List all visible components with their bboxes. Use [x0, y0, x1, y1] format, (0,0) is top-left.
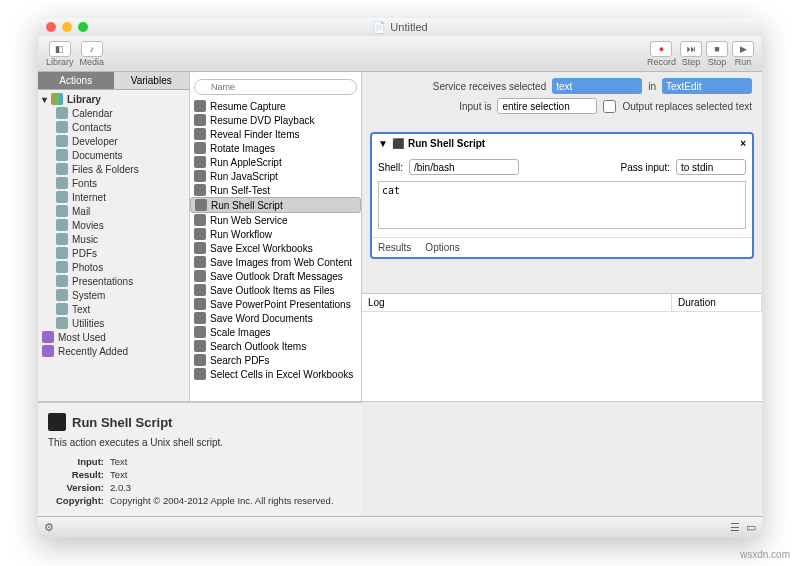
- workflow-step[interactable]: ▼ ⬛ Run Shell Script × Shell: /bin/bash …: [370, 132, 754, 259]
- receives-label: Service receives selected: [433, 81, 546, 92]
- sidebar-item[interactable]: Most Used: [38, 330, 189, 344]
- action-item[interactable]: Rotate Images: [190, 141, 361, 155]
- sidebar-item[interactable]: Movies: [38, 218, 189, 232]
- action-icon: [194, 354, 206, 366]
- action-item[interactable]: Run AppleScript: [190, 155, 361, 169]
- action-icon: [194, 228, 206, 240]
- close-step-icon[interactable]: ×: [740, 138, 746, 149]
- tab-actions[interactable]: Actions: [38, 72, 114, 90]
- action-icon: [194, 340, 206, 352]
- action-icon: [194, 100, 206, 112]
- sidebar-item[interactable]: Fonts: [38, 176, 189, 190]
- step-title: Run Shell Script: [408, 138, 485, 149]
- sidebar-item[interactable]: Music: [38, 232, 189, 246]
- sidebar-item[interactable]: Presentations: [38, 274, 189, 288]
- shell-select[interactable]: /bin/bash: [409, 159, 519, 175]
- pass-input-label: Pass input:: [621, 162, 670, 173]
- stop-icon: ■: [706, 41, 728, 57]
- output-replace-checkbox[interactable]: [603, 100, 616, 113]
- action-item[interactable]: Run Web Service: [190, 213, 361, 227]
- action-item[interactable]: Resume Capture: [190, 99, 361, 113]
- sidebar-item[interactable]: Developer: [38, 134, 189, 148]
- action-item[interactable]: Search Outlook Items: [190, 339, 361, 353]
- action-icon: [194, 284, 206, 296]
- action-item[interactable]: Resume DVD Playback: [190, 113, 361, 127]
- description-body: This action executes a Unix shell script…: [48, 437, 352, 448]
- library-button[interactable]: ◧Library: [46, 41, 74, 67]
- action-item[interactable]: Save Outlook Draft Messages: [190, 269, 361, 283]
- watermark: wsxdn.com: [740, 549, 790, 560]
- zoom-icon[interactable]: [78, 22, 88, 32]
- search-input[interactable]: [194, 79, 357, 95]
- action-icon: [194, 170, 206, 182]
- record-button[interactable]: ●Record: [647, 41, 676, 67]
- terminal-icon: ⬛: [392, 138, 404, 149]
- action-item[interactable]: Run Shell Script: [190, 197, 361, 213]
- sidebar-item[interactable]: Documents: [38, 148, 189, 162]
- action-item[interactable]: Scale Images: [190, 325, 361, 339]
- step-button[interactable]: ⏭Step: [680, 41, 702, 67]
- action-item[interactable]: Search PDFs: [190, 353, 361, 367]
- script-textarea[interactable]: [378, 181, 746, 229]
- sidebar-item[interactable]: Calendar: [38, 106, 189, 120]
- log-header-duration[interactable]: Duration: [672, 294, 762, 311]
- action-icon: [194, 326, 206, 338]
- app-select[interactable]: TextEdit: [662, 78, 752, 94]
- in-label: in: [648, 81, 656, 92]
- terminal-icon: [48, 413, 66, 431]
- view-flow-icon[interactable]: ▭: [746, 521, 756, 534]
- gear-icon[interactable]: ⚙: [44, 521, 54, 534]
- minimize-icon[interactable]: [62, 22, 72, 32]
- log-header-log[interactable]: Log: [362, 294, 672, 311]
- sidebar-item[interactable]: Internet: [38, 190, 189, 204]
- action-item[interactable]: Select Cells in Excel Workbooks: [190, 367, 361, 381]
- action-icon: [194, 128, 206, 140]
- close-icon[interactable]: [46, 22, 56, 32]
- action-icon: [194, 368, 206, 380]
- titlebar[interactable]: 📄 Untitled: [38, 18, 762, 36]
- action-icon: [194, 256, 206, 268]
- tab-variables[interactable]: Variables: [114, 72, 190, 90]
- action-item[interactable]: Run Self-Test: [190, 183, 361, 197]
- action-icon: [194, 156, 206, 168]
- sidebar: Actions Variables ▾LibraryCalendarContac…: [38, 72, 190, 401]
- sidebar-item[interactable]: Mail: [38, 204, 189, 218]
- view-list-icon[interactable]: ☰: [730, 521, 740, 534]
- sidebar-item[interactable]: Contacts: [38, 120, 189, 134]
- record-icon: ●: [650, 41, 672, 57]
- results-button[interactable]: Results: [378, 242, 411, 253]
- action-icon: [194, 242, 206, 254]
- action-icon: [194, 142, 206, 154]
- options-button[interactable]: Options: [425, 242, 459, 253]
- action-icon: [194, 298, 206, 310]
- workflow-area: Service receives selected text in TextEd…: [362, 72, 762, 401]
- description-panel: Run Shell Script This action executes a …: [38, 402, 362, 516]
- action-item[interactable]: Save Excel Workbooks: [190, 241, 361, 255]
- sidebar-item[interactable]: Recently Added: [38, 344, 189, 358]
- action-item[interactable]: Save Outlook Items as Files: [190, 283, 361, 297]
- media-button[interactable]: ♪Media: [80, 41, 105, 67]
- sidebar-item[interactable]: System: [38, 288, 189, 302]
- action-item[interactable]: Save PowerPoint Presentations: [190, 297, 361, 311]
- sidebar-item[interactable]: PDFs: [38, 246, 189, 260]
- sidebar-item[interactable]: Photos: [38, 260, 189, 274]
- app-window: 📄 Untitled ◧Library ♪Media ●Record ⏭Step…: [38, 18, 762, 538]
- sidebar-item[interactable]: Utilities: [38, 316, 189, 330]
- action-item[interactable]: Save Word Documents: [190, 311, 361, 325]
- receives-select[interactable]: text: [552, 78, 642, 94]
- disclosure-icon[interactable]: ▼: [378, 138, 388, 149]
- pass-input-select[interactable]: to stdin: [676, 159, 746, 175]
- sidebar-item[interactable]: Files & Folders: [38, 162, 189, 176]
- run-button[interactable]: ▶Run: [732, 41, 754, 67]
- stop-button[interactable]: ■Stop: [706, 41, 728, 67]
- action-icon: [194, 114, 206, 126]
- action-item[interactable]: Run JavaScript: [190, 169, 361, 183]
- input-is-select[interactable]: entire selection: [497, 98, 597, 114]
- action-item[interactable]: Save Images from Web Content: [190, 255, 361, 269]
- action-item[interactable]: Run Workflow: [190, 227, 361, 241]
- run-icon: ▶: [732, 41, 754, 57]
- window-title: Untitled: [390, 21, 427, 33]
- action-item[interactable]: Reveal Finder Items: [190, 127, 361, 141]
- sidebar-item[interactable]: Text: [38, 302, 189, 316]
- sidebar-root[interactable]: ▾Library: [38, 92, 189, 106]
